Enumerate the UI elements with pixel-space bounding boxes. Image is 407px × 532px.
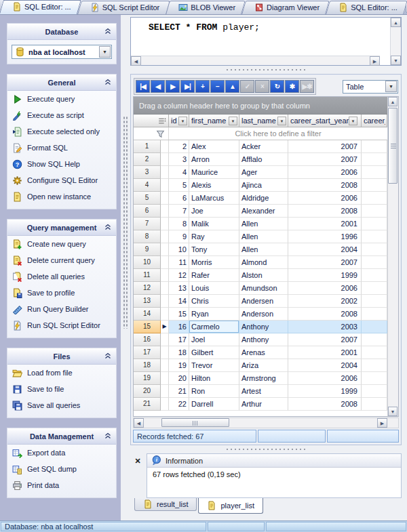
filter-hint[interactable]: Click here to define a filter xyxy=(169,127,387,140)
cell-id[interactable]: 14 xyxy=(169,295,189,308)
sidebar-item-save-all-queries[interactable]: Save all queries xyxy=(7,397,116,413)
collapse-chevron-icon[interactable] xyxy=(104,27,112,35)
grid-vertical-scrollbar[interactable]: ▲ ▼ xyxy=(387,97,398,416)
table-row[interactable]: 1819TrevorAriza2004 xyxy=(134,359,387,372)
column-filter-dropdown[interactable]: ▼ xyxy=(349,117,357,125)
last-record-button[interactable]: ▶| xyxy=(180,80,195,93)
cell-career_start_year[interactable]: 2006 xyxy=(288,372,362,385)
section-header-general[interactable]: General xyxy=(7,75,116,91)
cell-career_start_year[interactable]: 2001 xyxy=(288,218,362,230)
sidebar-item-delete-current-query[interactable]: Delete current query xyxy=(7,252,116,268)
cell-last_name[interactable]: Allen xyxy=(239,218,288,230)
cell-career_end[interactable] xyxy=(362,295,387,308)
table-row[interactable]: 89RayAllen1996 xyxy=(134,230,387,243)
sidebar-item-execute-selected-only[interactable]: Execute selected only xyxy=(7,123,116,140)
cell-career_start_year[interactable]: 2007 xyxy=(288,140,362,153)
row-number[interactable]: 1 xyxy=(134,140,161,153)
cell-last_name[interactable]: Anthony xyxy=(239,321,288,333)
sidebar-item-execute-query[interactable]: Execute query xyxy=(7,91,116,107)
cell-first_name[interactable]: Chris xyxy=(189,295,239,308)
cell-career_end[interactable] xyxy=(362,333,387,346)
cell-first_name[interactable]: LaMarcus xyxy=(189,192,239,205)
cell-career_start_year[interactable]: 2001 xyxy=(288,346,362,359)
database-select[interactable]: nba at localhost▼ xyxy=(12,45,112,59)
row-number[interactable]: 2 xyxy=(134,153,161,166)
column-filter-dropdown[interactable]: ▼ xyxy=(229,117,237,125)
cell-first_name[interactable]: Darrell xyxy=(189,398,239,411)
cell-id[interactable]: 9 xyxy=(169,230,189,243)
cell-first_name[interactable]: Ryan xyxy=(189,308,239,321)
cell-career_start_year[interactable]: 2007 xyxy=(288,153,362,166)
cell-first_name[interactable]: Joe xyxy=(189,205,239,218)
cell-career_start_year[interactable]: 2006 xyxy=(288,282,362,295)
cell-id[interactable]: 18 xyxy=(169,346,189,359)
table-row[interactable]: 1213LouisAmundson2006 xyxy=(134,282,387,295)
editor-horizontal-scrollbar[interactable]: ◀ ▶ xyxy=(131,56,380,65)
sidebar-item-save-to-profile[interactable]: Save to profile xyxy=(7,285,116,301)
row-number[interactable]: 18 xyxy=(134,359,161,372)
table-row[interactable]: 910TonyAllen2004 xyxy=(134,243,387,256)
cell-career_end[interactable] xyxy=(362,269,387,282)
collapse-chevron-icon[interactable] xyxy=(104,352,112,360)
cell-last_name[interactable]: Allen xyxy=(239,230,288,243)
section-header-data-management[interactable]: Data Management xyxy=(7,428,116,445)
insert-record-button[interactable]: + xyxy=(195,80,210,93)
scroll-up-button[interactable]: ▲ xyxy=(391,18,401,27)
row-number[interactable]: 16 xyxy=(134,333,161,346)
tab-sql-editor-0[interactable]: SQL Editor: ... xyxy=(1,0,79,14)
cell-career_start_year[interactable]: 2008 xyxy=(288,179,362,192)
query-tab-player-list[interactable]: player_list xyxy=(198,498,263,514)
row-number[interactable]: 13 xyxy=(134,295,161,308)
cell-career_start_year[interactable]: 1996 xyxy=(288,230,362,243)
cell-first_name[interactable]: Maurice xyxy=(189,166,239,179)
cell-career_start_year[interactable]: 1999 xyxy=(288,385,362,398)
cell-last_name[interactable]: Allen xyxy=(239,243,288,256)
sidebar-item-save-to-file[interactable]: Save to file xyxy=(7,381,116,397)
cell-first_name[interactable]: Rafer xyxy=(189,269,239,282)
cell-first_name[interactable]: Arron xyxy=(189,153,239,166)
cell-career_start_year[interactable]: 2007 xyxy=(288,333,362,346)
scroll-left-button[interactable]: ◀ xyxy=(131,56,141,66)
delete-record-button[interactable]: − xyxy=(210,80,225,93)
cell-id[interactable]: 4 xyxy=(169,166,189,179)
cell-last_name[interactable]: Acker xyxy=(239,140,288,153)
cell-career_end[interactable] xyxy=(362,166,387,179)
cell-id[interactable]: 10 xyxy=(169,243,189,256)
cell-career_start_year[interactable]: 2004 xyxy=(288,243,362,256)
cell-first_name[interactable]: Morris xyxy=(189,256,239,269)
cell-career_end[interactable] xyxy=(362,205,387,218)
cell-career_start_year[interactable]: 2002 xyxy=(288,295,362,308)
row-number[interactable]: 6 xyxy=(134,205,161,218)
cell-last_name[interactable]: Ager xyxy=(239,166,288,179)
sql-editor-text[interactable]: SELECT * FROM player; xyxy=(131,18,390,56)
row-number[interactable]: 9 xyxy=(134,243,161,256)
cell-id[interactable]: 3 xyxy=(169,153,189,166)
table-row[interactable]: 78MalikAllen2001 xyxy=(134,218,387,230)
cell-career_end[interactable] xyxy=(362,321,387,333)
cell-first_name[interactable]: Malik xyxy=(189,218,239,230)
cell-last_name[interactable]: Anthony xyxy=(239,333,288,346)
row-number[interactable]: 11 xyxy=(134,269,161,282)
cell-id[interactable]: 21 xyxy=(169,385,189,398)
cell-last_name[interactable]: Aldridge xyxy=(239,192,288,205)
tab-sql-script-editor-1[interactable]: SQL Script Editor xyxy=(79,1,168,14)
cell-career_start_year[interactable]: 1999 xyxy=(288,269,362,282)
group-by-bar[interactable]: Drag a column header here to group by th… xyxy=(134,97,387,115)
cell-career_end[interactable] xyxy=(362,243,387,256)
cell-first_name[interactable]: Alexis xyxy=(189,179,239,192)
column-header-career-start-year[interactable]: career_start_year▼ xyxy=(288,115,362,127)
cell-career_end[interactable] xyxy=(362,346,387,359)
cell-first_name[interactable]: Gilbert xyxy=(189,346,239,359)
cell-career_end[interactable] xyxy=(362,179,387,192)
row-number[interactable]: 8 xyxy=(134,230,161,243)
table-row[interactable]: 1314ChrisAndersen2002 xyxy=(134,295,387,308)
sql-editor[interactable]: SELECT * FROM player; ◀ ▶ ▲ ▼ xyxy=(130,17,402,66)
scroll-up-button[interactable]: ▲ xyxy=(388,97,398,106)
cell-id[interactable]: 22 xyxy=(169,398,189,411)
cell-last_name[interactable]: Armstrong xyxy=(239,372,288,385)
cell-first_name[interactable]: Tony xyxy=(189,243,239,256)
sidebar-item-delete-all-queries[interactable]: Delete all queries xyxy=(7,268,116,285)
row-number[interactable]: 14 xyxy=(134,308,161,321)
cell-id[interactable]: 16 xyxy=(169,321,189,333)
row-number[interactable]: 20 xyxy=(134,385,161,398)
